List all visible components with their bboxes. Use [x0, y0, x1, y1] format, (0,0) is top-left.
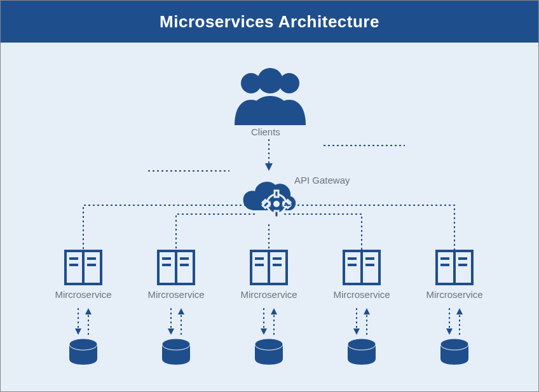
page-title: Microservices Architecture	[160, 12, 379, 32]
svg-marker-62	[364, 308, 370, 314]
diagram-canvas: Clients	[1, 43, 539, 392]
svg-marker-56	[261, 328, 267, 335]
svg-marker-48	[75, 328, 81, 335]
svg-marker-66	[456, 308, 463, 314]
svg-marker-60	[353, 328, 360, 335]
database-icon	[254, 339, 284, 365]
svg-marker-64	[446, 328, 453, 335]
svg-marker-50	[85, 308, 92, 314]
svg-marker-52	[168, 328, 174, 335]
svg-marker-58	[271, 308, 277, 314]
svg-marker-54	[178, 308, 184, 314]
database-icon	[161, 339, 191, 365]
database-icon	[439, 339, 470, 365]
database-icon	[346, 339, 377, 365]
header: Microservices Architecture	[1, 1, 538, 43]
database-icon	[68, 339, 99, 365]
